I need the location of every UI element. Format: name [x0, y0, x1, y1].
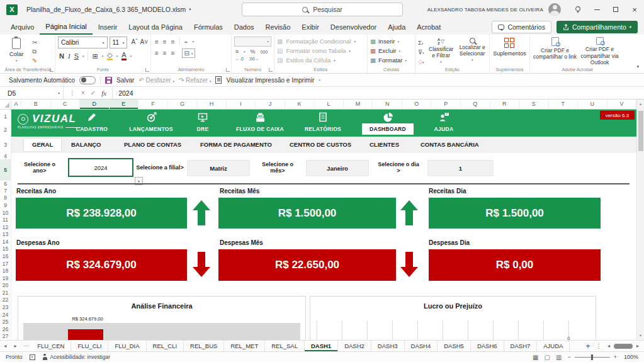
zoom-out-button[interactable]: − [567, 354, 570, 360]
sheet-tab-dash7[interactable]: DASH7 [504, 341, 538, 351]
confirm-entry-icon[interactable]: ✓ [91, 89, 96, 96]
zoom-in-button[interactable]: + [614, 354, 617, 360]
scroll-right-icon[interactable]: ▸ [636, 343, 639, 349]
conditional-formatting-button[interactable]: ▦Formatação Condicional▾ [277, 38, 364, 45]
sheet-tab-dash1[interactable]: DASH1 [305, 341, 338, 351]
fill-icon[interactable]: ⊽▾ [418, 48, 424, 55]
chart-analise-financeira[interactable]: Análise Financeira R$ 324.679,00 [18, 296, 306, 340]
vertical-scrollbar[interactable]: ▴ ▾ [636, 99, 644, 340]
insert-cells-button[interactable]: ▦Inserir▾ [370, 38, 412, 45]
column-header-p[interactable]: P [431, 99, 461, 109]
sheet-tab-dash4[interactable]: DASH4 [405, 341, 438, 351]
find-select-button[interactable]: Localizar e Selecionar ▾ [458, 37, 487, 65]
fill-color-icon[interactable]: ◇ [107, 52, 112, 60]
align-left-icon[interactable]: ≡ [155, 50, 159, 57]
sheet-tab-rel-cli[interactable]: REL_CLI [147, 341, 184, 351]
insert-function-icon[interactable]: fx [101, 89, 106, 97]
row-header[interactable]: 17 [0, 260, 11, 268]
tab-exibir[interactable]: Exibir [296, 19, 325, 35]
subtab-geral[interactable]: GERAL [24, 139, 61, 151]
page-layout-view-icon[interactable]: ▢ [545, 354, 550, 361]
name-box[interactable]: D5▾ [0, 87, 63, 99]
column-header-d[interactable]: D [80, 99, 110, 109]
row-header[interactable]: 10 [0, 209, 11, 217]
format-as-table-button[interactable]: ▤Formatar como Tabela▾ [277, 47, 364, 54]
horizontal-scrollbar-thumb[interactable] [614, 344, 633, 349]
tab-ajuda[interactable]: Ajuda [382, 19, 411, 35]
column-header-o[interactable]: O [402, 99, 432, 109]
row-header[interactable]: 16 [0, 252, 11, 260]
row-header[interactable]: 21 [0, 289, 11, 297]
sort-filter-button[interactable]: AZ▽ Classificar e Filtrar ▾ [427, 37, 456, 65]
subtab-balanco[interactable]: BALANÇO [71, 137, 101, 153]
italic-button[interactable]: I [68, 52, 71, 60]
print-preview-icon[interactable] [215, 76, 222, 84]
row-header[interactable]: 20 [0, 282, 11, 290]
sheet-tab-dash3[interactable]: DASH3 [371, 341, 405, 351]
tab-acrobat[interactable]: Acrobat [411, 19, 446, 35]
collapse-ribbon-icon[interactable]: ▾ [636, 64, 639, 69]
column-header-f[interactable]: F [138, 99, 168, 109]
tab-inserir[interactable]: Inserir [93, 19, 123, 35]
row-header[interactable]: 23 [0, 303, 11, 311]
sheet-tab-flu-dia[interactable]: FLU_DIA [108, 341, 146, 351]
print-preview-button[interactable]: Visualizar Impressão e Imprimir [226, 77, 314, 84]
merge-center-button[interactable]: ⊟▾ [182, 48, 196, 58]
tab-formulas[interactable]: Fórmulas [188, 19, 229, 35]
select-all-corner[interactable] [0, 99, 11, 109]
decrease-decimal-icon[interactable]: .00→ [249, 57, 259, 61]
borders-icon[interactable]: ⊞ [92, 52, 98, 60]
cut-icon[interactable]: ✂ [32, 39, 37, 46]
scroll-left-icon[interactable]: ◂ [607, 343, 610, 349]
row-header[interactable]: 12 [0, 223, 11, 231]
format-cells-button[interactable]: ▦Formatar▾ [370, 57, 412, 64]
paste-button[interactable]: Colar ▾ [4, 37, 29, 65]
tab-desenvolvedor[interactable]: Desenvolvedor [325, 19, 382, 35]
month-selector-cell[interactable]: Janeiro [306, 160, 369, 176]
undo-button[interactable]: ↶ Desfazer ▾ [138, 77, 174, 84]
document-title[interactable]: Planilha_de_Fluxo_de_Caixa_6.3 365_MODEL… [26, 6, 191, 13]
row-header[interactable]: 3 [0, 137, 11, 153]
tab-layout-da-pagina[interactable]: Layout da Página [123, 19, 188, 35]
tab-revisao[interactable]: Revisão [260, 19, 297, 35]
column-header-r[interactable]: R [490, 99, 520, 109]
prev-sheet-icon[interactable]: ◂ [0, 341, 10, 351]
subtab-plano-de-contas[interactable]: PLANO DE CONTAS [124, 137, 181, 153]
create-pdf-outlook-button[interactable]: Criar PDF e compartilhar via Outlook [577, 37, 622, 65]
share-button[interactable]: Compartilhamento ▾ [556, 21, 638, 33]
minimize-button[interactable] [587, 0, 606, 19]
row-header[interactable]: 4 [0, 153, 11, 159]
font-name-select[interactable]: Calibri▾ [58, 37, 108, 48]
row-header-selected[interactable]: 5 [0, 159, 11, 181]
row-header[interactable]: 6 [0, 181, 11, 187]
copy-icon[interactable]: ⧉ [32, 48, 37, 55]
underline-button[interactable]: S [74, 52, 79, 60]
sheet-tab-rel-met[interactable]: REL_MET [224, 341, 265, 351]
comma-format-icon[interactable]: 000 [261, 50, 268, 54]
zoom-slider-thumb[interactable] [591, 354, 593, 360]
vertical-dots-icon[interactable]: ⋮ [596, 342, 602, 349]
autosum-icon[interactable]: Σ▾ [418, 39, 424, 46]
column-header-c[interactable]: C [51, 99, 81, 109]
column-header-l[interactable]: L [314, 99, 344, 109]
save-button[interactable]: Salvar [116, 77, 134, 84]
format-painter-icon[interactable]: ✎ [32, 57, 37, 64]
scroll-up-icon[interactable]: ▴ [637, 99, 644, 108]
scrollbar-thumb[interactable] [638, 111, 643, 151]
ribbon-display-options-icon[interactable] [568, 0, 587, 19]
year-selector-cell[interactable]: 2024 [68, 158, 133, 177]
align-bottom-icon[interactable]: ≡ [171, 38, 175, 45]
row-header[interactable]: 25 [0, 318, 11, 325]
increase-decimal-icon[interactable]: ←.0 [235, 57, 244, 61]
avatar[interactable] [548, 3, 561, 16]
number-format-select[interactable]: ▾ [234, 37, 271, 47]
orientation-icon[interactable]: ⌁ [184, 38, 188, 45]
column-header-v[interactable]: V [607, 99, 637, 109]
macro-record-icon[interactable] [30, 354, 35, 360]
day-selector-cell[interactable]: 1 [427, 160, 494, 176]
column-header-g[interactable]: G [168, 99, 198, 109]
bold-button[interactable]: N [59, 52, 64, 60]
new-sheet-button[interactable]: + [580, 341, 596, 351]
column-header-t[interactable]: T [549, 99, 579, 109]
zoom-slider[interactable] [575, 357, 610, 358]
